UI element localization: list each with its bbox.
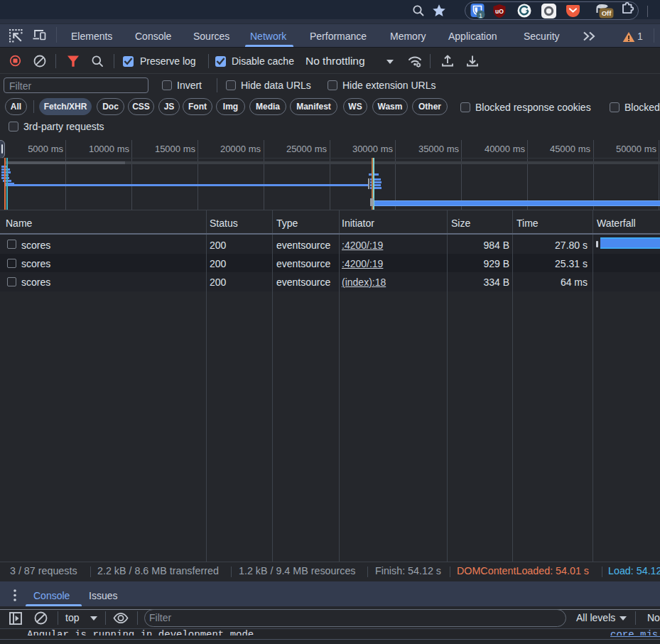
svg-text:Off: Off xyxy=(602,9,612,17)
svg-text:uO: uO xyxy=(495,8,504,15)
svg-text:1: 1 xyxy=(479,12,482,19)
